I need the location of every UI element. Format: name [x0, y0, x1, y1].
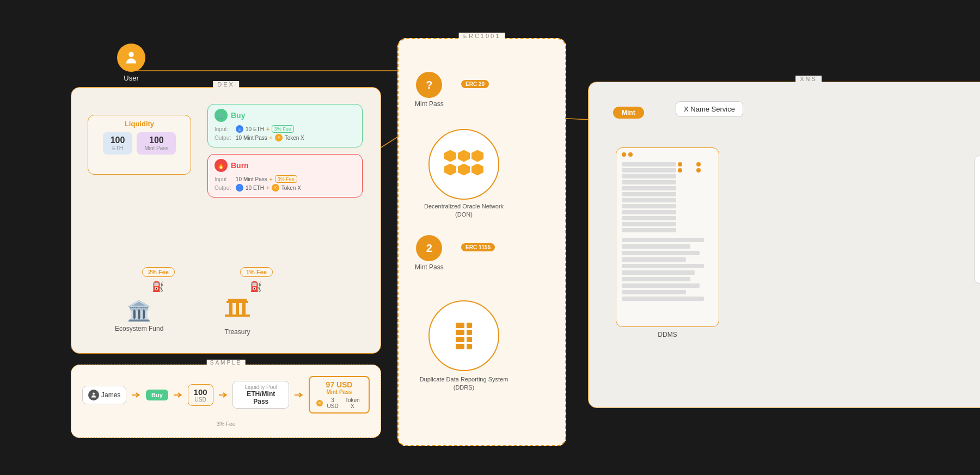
- ecosystem-fund: 🏛️ Ecosystem Fund: [115, 300, 163, 332]
- ddms-header-dots: [616, 148, 719, 159]
- erc1155-badge: ERC 1155: [461, 243, 495, 251]
- eth-icon: Ξ: [236, 125, 243, 133]
- svg-point-28: [93, 392, 95, 394]
- buy-card: 🛒 Buy Input: Ξ 10 ETH + 3% Fee Output 10…: [207, 104, 363, 147]
- liquidity-values: 100 ETH 100 Mint Pass: [103, 132, 176, 155]
- james-avatar-sample: [88, 390, 99, 400]
- fee-note: 3% Fee: [71, 421, 381, 427]
- user-avatar: [117, 44, 145, 72]
- eth-icon2: Ξ: [236, 184, 243, 192]
- svg-rect-22: [242, 303, 246, 314]
- burn-fee-badge: 3% Fee: [275, 175, 297, 183]
- mint-button[interactable]: Mint: [613, 107, 644, 119]
- user-node: User: [117, 44, 145, 82]
- sample-box: SAMPLE James Buy: [71, 365, 381, 438]
- trade-box: 🛒 Buy Input: Ξ 10 ETH + 3% Fee Output 10…: [207, 104, 363, 198]
- eco-fund-label: Ecosystem Fund: [115, 325, 163, 332]
- arrow-icon-sample2: [174, 391, 182, 399]
- eco-fund-icon: 🏛️: [127, 300, 151, 323]
- svg-rect-24: [225, 314, 250, 317]
- treasury-label: Treasury: [225, 328, 250, 336]
- ddrs-circle: [428, 300, 499, 371]
- liquidity-title: Liquidity: [125, 120, 154, 128]
- don-label: Decentralized Oracle Network (DON): [409, 202, 518, 219]
- mint-pass-2: 2 Mint Pass: [415, 235, 444, 271]
- burn-header: 🔥 Burn: [215, 159, 356, 172]
- dex-box: DEX Liquidity 100 ETH 100 Mint Pass: [71, 87, 381, 354]
- ddms-grid: [616, 159, 719, 236]
- burn-input-row: Input 10 Mint Pass + 3% Fee: [215, 175, 356, 183]
- diagram-area: User DEX Liquidity 100 ETH 100 Mint Pass: [71, 27, 964, 464]
- result-badge: 97 USD Mint Pass ✕ 3 USD Token X: [309, 376, 370, 414]
- arrow-icon-sample3: [219, 391, 228, 399]
- nft-box: NFT: [974, 156, 980, 283]
- xns-box: XNS Mint X Name Service ERC 721: [588, 82, 980, 408]
- james-card-sample: James: [82, 386, 126, 404]
- mp-value: 100 Mint Pass: [137, 132, 176, 155]
- lp-badge: Liquidity Pool ETH/Mint Pass: [232, 381, 289, 409]
- hex: [444, 164, 456, 176]
- treasury-icon: [224, 297, 251, 326]
- erc1001-box: ERC1001 ? Mint Pass ERC 20: [397, 38, 566, 446]
- mint-pass-1: ? Mint Pass: [415, 72, 444, 108]
- ddrs-label: Duplicate Data Reporting System (DDRS): [409, 375, 518, 392]
- usd-badge: 100 USD: [188, 384, 213, 406]
- burn-icon: 🔥: [215, 159, 228, 172]
- hex: [458, 164, 470, 176]
- hex: [458, 150, 470, 162]
- don-circle: [428, 129, 499, 200]
- svg-rect-25: [228, 299, 247, 301]
- tokenx-icon2: ✕: [272, 184, 279, 192]
- svg-rect-21: [236, 303, 239, 314]
- fee-one-pct: 1% Fee: [240, 267, 273, 277]
- treasury: Treasury: [224, 297, 251, 336]
- burn-card: 🔥 Burn Input 10 Mint Pass + 3% Fee Outpu…: [207, 154, 363, 198]
- buy-btn-sample[interactable]: Buy: [146, 390, 168, 400]
- mint-pass-2-circle: 2: [416, 235, 442, 261]
- burn-title: Burn: [231, 161, 249, 170]
- xns-label: XNS: [795, 76, 822, 82]
- gas-icon-2: ⛽: [250, 281, 262, 293]
- dex-label: DEX: [213, 81, 239, 88]
- hex: [471, 164, 483, 176]
- sample-label: SAMPLE: [207, 360, 246, 366]
- user-label: User: [124, 74, 138, 82]
- canvas: User DEX Liquidity 100 ETH 100 Mint Pass: [0, 0, 980, 475]
- arrow-icon-sample: [132, 391, 140, 399]
- fee-two-pct: 2% Fee: [142, 267, 175, 277]
- xns-service: X Name Service: [676, 101, 743, 117]
- svg-point-19: [128, 52, 133, 57]
- ddms-box: DDMS: [616, 147, 719, 327]
- buy-header: 🛒 Buy: [215, 109, 356, 122]
- arrow-icon-sample4: [295, 391, 303, 399]
- sample-content: James Buy 100 USD: [71, 365, 381, 419]
- burn-output-row: Output Ξ 10 ETH + ✕ Token X: [215, 184, 356, 192]
- mint-pass-1-label: Mint Pass: [415, 100, 444, 108]
- tokenx-small: ✕: [316, 400, 323, 406]
- ddms-rows: [616, 236, 719, 303]
- hex: [471, 150, 483, 162]
- gas-icon-1: ⛽: [152, 281, 164, 293]
- buy-icon: 🛒: [215, 109, 228, 122]
- eth-value: 100 ETH: [103, 132, 133, 155]
- mint-pass-2-label: Mint Pass: [415, 263, 444, 271]
- buy-input-row: Input: Ξ 10 ETH + 3% Fee: [215, 125, 356, 133]
- liquidity-box: Liquidity 100 ETH 100 Mint Pass: [88, 115, 191, 175]
- erc20-badge: ERC 20: [461, 80, 489, 88]
- tokenx-icon: ✕: [275, 134, 283, 141]
- buy-fee-badge: 3% Fee: [272, 125, 294, 133]
- erc1001-label: ERC1001: [459, 33, 505, 39]
- ddms-label: DDMS: [658, 331, 677, 338]
- hex: [444, 150, 456, 162]
- don-hexagons: [444, 150, 483, 176]
- buy-output-row: Output 10 Mint Pass + ✕ Token X: [215, 134, 356, 141]
- svg-rect-20: [229, 303, 232, 314]
- ddrs-db-icon: [456, 323, 472, 349]
- buy-title: Buy: [231, 111, 245, 120]
- mint-pass-1-circle: ?: [416, 72, 442, 98]
